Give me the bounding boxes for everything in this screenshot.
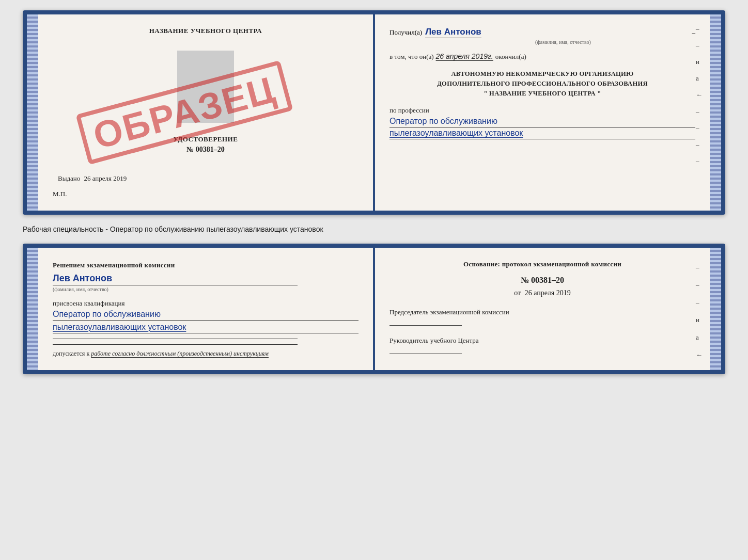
blank-line2: [53, 344, 298, 345]
predsedatel-label: Председатель экзаменационной комиссии: [389, 308, 695, 317]
bottom-document: Решением экзаменационной комиссии Лев Ан…: [23, 244, 725, 374]
kvalif-line2: пылегазоулавливающих установок: [53, 323, 359, 333]
org-line1: АВТОНОМНУЮ НЕКОММЕРЧЕСКУЮ ОРГАНИЗАЦИЮ: [389, 69, 695, 79]
kvalif-line1: Оператор по обслуживанию: [53, 310, 359, 321]
vtom-suffix: окончил(а): [495, 53, 526, 61]
ot-prefix: от: [514, 289, 521, 297]
bottom-doc-right: Основание: протокол экзаменационной коми…: [375, 248, 710, 370]
certificate-number: № 00381–20: [53, 146, 359, 154]
bottom-person-name: Лев Антонов: [53, 273, 298, 285]
top-doc-left: НАЗВАНИЕ УЧЕБНОГО ЦЕНТРА УДОСТОВЕРЕНИЕ №…: [38, 14, 373, 211]
profession-value2: пылегазоулавливающих установок: [389, 129, 695, 139]
bottom-right-border: [710, 248, 721, 370]
protocol-number: № 00381–20: [389, 276, 695, 285]
rukovoditel-block: Руководитель учебного Центра: [389, 336, 695, 354]
left-border-pattern: [27, 14, 38, 211]
udostoverenie-block: УДОСТОВЕРЕНИЕ № 00381–20: [53, 135, 359, 154]
top-document: НАЗВАНИЕ УЧЕБНОГО ЦЕНТРА УДОСТОВЕРЕНИЕ №…: [23, 10, 725, 215]
dopuskaetsya-block: допускается к работе согласно должностны…: [53, 350, 359, 358]
bottom-doc-left: Решением экзаменационной комиссии Лев Ан…: [38, 248, 373, 370]
osnovanie-text: Основание: протокол экзаменационной коми…: [389, 260, 695, 268]
middle-text: Рабочая специальность - Оператор по обсл…: [23, 223, 725, 235]
poluchil-label: Получил(а): [389, 28, 422, 37]
bottom-fio-label: (фамилия, имя, отчество): [53, 286, 359, 292]
vtom-date: 26 апреля 2019г.: [436, 52, 493, 60]
resheniem-text: Решением экзаменационной комиссии: [53, 260, 359, 271]
prisvoena-text: присвоена квалификация: [53, 299, 359, 308]
rukovoditel-label: Руководитель учебного Центра: [389, 336, 695, 345]
photo-placeholder: [177, 51, 234, 123]
profession-label: по профессии: [389, 106, 429, 114]
dopuskaetsya-value: работе согласно должностным (производств…: [91, 350, 269, 357]
right-dashes: – – и а ← – – – –: [696, 25, 703, 165]
protocol-date: от 26 апреля 2019: [389, 289, 695, 297]
recipient-name: Лев Антонов: [425, 27, 481, 38]
profession-value1: Оператор по обслуживанию: [389, 117, 695, 127]
predsedatel-signature-line: [389, 325, 462, 326]
blank-line1: [53, 339, 298, 339]
dash1: –: [485, 28, 695, 37]
mp-label: М.П.: [53, 190, 359, 198]
vydano-line: Выдано 26 апреля 2019: [53, 174, 359, 183]
top-doc-right: Получил(а) Лев Антонов – (фамилия, имя, …: [375, 14, 710, 211]
dopuskaetsya-prefix: допускается к: [53, 350, 89, 357]
fio-label-top: (фамилия, имя, отчество): [431, 39, 695, 45]
top-center-title: НАЗВАНИЕ УЧЕБНОГО ЦЕНТРА: [53, 27, 359, 35]
protocol-date-value: 26 апреля 2019: [525, 289, 571, 297]
udostoverenie-title: УДОСТОВЕРЕНИЕ: [53, 135, 359, 143]
vtom-line: в том, что он(а) 26 апреля 2019г. окончи…: [389, 52, 695, 61]
org-block: АВТОНОМНУЮ НЕКОММЕРЧЕСКУЮ ОРГАНИЗАЦИЮ ДО…: [389, 69, 695, 98]
rukovoditel-signature-line: [389, 354, 462, 354]
vydano-label: Выдано: [58, 174, 80, 182]
predsedatel-text: Председатель экзаменационной комиссии: [389, 308, 695, 326]
org-line2: ДОПОЛНИТЕЛЬНОГО ПРОФЕССИОНАЛЬНОГО ОБРАЗО…: [389, 79, 695, 89]
vydano-date: 26 апреля 2019: [84, 174, 127, 182]
vtom-prefix: в том, что он(а): [389, 53, 434, 61]
bottom-left-border: [27, 248, 38, 370]
bottom-right-dashes: – – – и а ← – – – –: [696, 263, 703, 374]
org-line3: " НАЗВАНИЕ УЧЕБНОГО ЦЕНТРА ": [389, 89, 695, 99]
right-border-pattern: [710, 14, 721, 211]
